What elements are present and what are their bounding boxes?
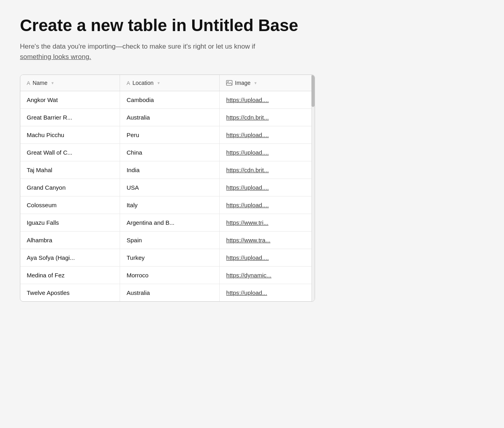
cell-name: Iguazu Falls bbox=[20, 214, 120, 232]
table-row: Twelve ApostlesAustraliahttps://upload..… bbox=[20, 284, 315, 302]
image-link[interactable]: https://upload.... bbox=[226, 202, 269, 208]
table-row: Machu PicchuPeruhttps://upload.... bbox=[20, 126, 315, 144]
cell-location: Australia bbox=[120, 284, 220, 302]
col-name-label: Name bbox=[33, 80, 47, 86]
image-link[interactable]: https://cdn.brit... bbox=[226, 167, 269, 173]
cell-image: https://upload... bbox=[220, 284, 315, 302]
scrollbar-track[interactable] bbox=[311, 75, 315, 301]
cell-name: Great Wall of C... bbox=[20, 144, 120, 161]
cell-image: https://upload.... bbox=[220, 91, 315, 109]
scrollbar-thumb[interactable] bbox=[311, 75, 315, 107]
image-link[interactable]: https://upload.... bbox=[226, 254, 269, 261]
cell-location: Morroco bbox=[120, 267, 220, 284]
table-scroll-area[interactable]: A Name ▾ A Location ▾ bbox=[20, 75, 315, 301]
table-body: Angkor WatCambodiahttps://upload....Grea… bbox=[20, 91, 315, 302]
table-header: A Name ▾ A Location ▾ bbox=[20, 75, 315, 91]
image-link[interactable]: https://dynamic... bbox=[226, 272, 271, 279]
table-row: Grand CanyonUSAhttps://upload.... bbox=[20, 179, 315, 196]
cell-image: https://www.tri... bbox=[220, 214, 315, 232]
image-link[interactable]: https://upload.... bbox=[226, 132, 269, 138]
cell-location: China bbox=[120, 144, 220, 161]
cell-location: Peru bbox=[120, 126, 220, 144]
page-title: Create a new table in Untitled Base bbox=[20, 16, 484, 35]
table-row: Taj MahalIndiahttps://cdn.brit... bbox=[20, 161, 315, 179]
cell-name: Machu Picchu bbox=[20, 126, 120, 144]
cell-name: Alhambra bbox=[20, 232, 120, 249]
table-row: Great Wall of C...Chinahttps://upload...… bbox=[20, 144, 315, 161]
cell-image: https://cdn.brit... bbox=[220, 161, 315, 179]
cell-name: Grand Canyon bbox=[20, 179, 120, 196]
table-row: Great Barrier R...Australiahttps://cdn.b… bbox=[20, 109, 315, 126]
cell-name: Colosseum bbox=[20, 196, 120, 214]
col-image-label: Image bbox=[235, 80, 250, 86]
header-row: A Name ▾ A Location ▾ bbox=[20, 75, 315, 91]
cell-image: https://upload.... bbox=[220, 249, 315, 267]
image-link[interactable]: https://upload.... bbox=[226, 149, 269, 156]
cell-name: Great Barrier R... bbox=[20, 109, 120, 126]
cell-name: Angkor Wat bbox=[20, 91, 120, 109]
cell-location: USA bbox=[120, 179, 220, 196]
cell-name: Medina of Fez bbox=[20, 267, 120, 284]
cell-name: Aya Sofya (Hagi... bbox=[20, 249, 120, 267]
cell-image: https://cdn.brit... bbox=[220, 109, 315, 126]
col-header-image[interactable]: Image ▾ bbox=[220, 75, 315, 91]
image-link[interactable]: https://upload.... bbox=[226, 184, 269, 191]
data-table: A Name ▾ A Location ▾ bbox=[20, 75, 315, 301]
cell-location: Spain bbox=[120, 232, 220, 249]
image-link[interactable]: https://www.tri... bbox=[226, 219, 268, 226]
col-image-arrow-icon: ▾ bbox=[254, 80, 257, 86]
something-wrong-link[interactable]: something looks wrong. bbox=[20, 53, 91, 61]
cell-location: India bbox=[120, 161, 220, 179]
image-link[interactable]: https://www.tra... bbox=[226, 237, 270, 243]
cell-name: Taj Mahal bbox=[20, 161, 120, 179]
col-name-arrow-icon: ▾ bbox=[51, 80, 54, 86]
table-row: Angkor WatCambodiahttps://upload.... bbox=[20, 91, 315, 109]
cell-location: Argentina and B... bbox=[120, 214, 220, 232]
page-subtitle: Here's the data you're importing—check t… bbox=[20, 41, 484, 62]
cell-image: https://upload.... bbox=[220, 179, 315, 196]
col-name-icon: A bbox=[27, 80, 30, 86]
col-header-name[interactable]: A Name ▾ bbox=[20, 75, 120, 91]
col-location-label: Location bbox=[132, 80, 154, 86]
cell-location: Cambodia bbox=[120, 91, 220, 109]
table-row: ColosseumItalyhttps://upload.... bbox=[20, 196, 315, 214]
cell-location: Italy bbox=[120, 196, 220, 214]
image-link[interactable]: https://upload... bbox=[226, 289, 267, 296]
cell-image: https://www.tra... bbox=[220, 232, 315, 249]
cell-name: Twelve Apostles bbox=[20, 284, 120, 302]
table-row: Iguazu FallsArgentina and B...https://ww… bbox=[20, 214, 315, 232]
svg-point-1 bbox=[228, 81, 229, 82]
cell-image: https://upload.... bbox=[220, 196, 315, 214]
col-header-location[interactable]: A Location ▾ bbox=[120, 75, 220, 91]
image-link[interactable]: https://upload.... bbox=[226, 96, 269, 103]
cell-image: https://dynamic... bbox=[220, 267, 315, 284]
cell-location: Australia bbox=[120, 109, 220, 126]
col-location-icon: A bbox=[126, 80, 130, 86]
table-row: Aya Sofya (Hagi...Turkeyhttps://upload..… bbox=[20, 249, 315, 267]
table-row: AlhambraSpainhttps://www.tra... bbox=[20, 232, 315, 249]
col-image-icon bbox=[226, 80, 232, 86]
data-table-wrapper: A Name ▾ A Location ▾ bbox=[20, 75, 315, 302]
image-link[interactable]: https://cdn.brit... bbox=[226, 114, 269, 121]
cell-image: https://upload.... bbox=[220, 144, 315, 161]
table-row: Medina of FezMorrocohttps://dynamic... bbox=[20, 267, 315, 284]
subtitle-text: Here's the data you're importing—check t… bbox=[20, 43, 255, 50]
cell-image: https://upload.... bbox=[220, 126, 315, 144]
col-location-arrow-icon: ▾ bbox=[158, 80, 160, 86]
cell-location: Turkey bbox=[120, 249, 220, 267]
